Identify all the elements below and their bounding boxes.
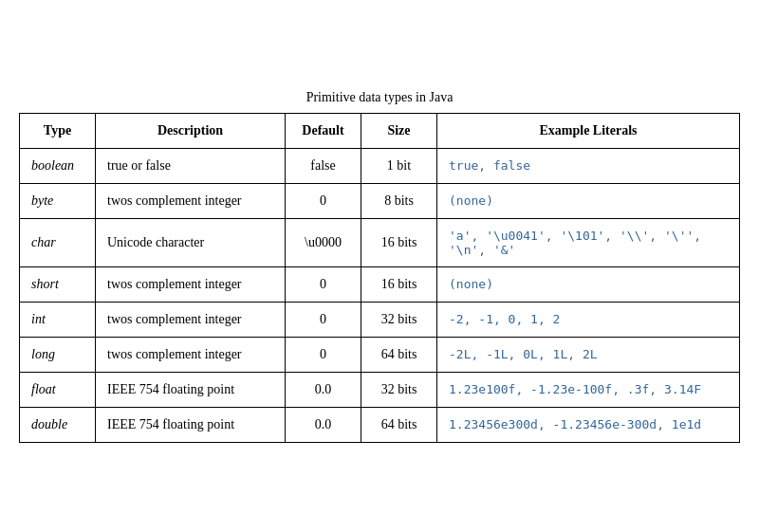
cell-description: true or false	[96, 148, 286, 183]
cell-default: 0.0	[286, 407, 361, 442]
cell-type: float	[20, 372, 96, 407]
table-row: charUnicode character\u000016 bits'a', '…	[20, 218, 740, 266]
cell-type: int	[20, 302, 96, 337]
cell-type: double	[20, 407, 96, 442]
cell-example: (none)	[437, 266, 740, 302]
header-size: Size	[361, 113, 437, 148]
cell-example: 'a', '\u0041', '\101', '\\', '\'', '\n',…	[437, 218, 740, 266]
cell-description: twos complement integer	[96, 337, 286, 372]
cell-type: char	[20, 218, 96, 266]
table-row: bytetwos complement integer08 bits(none)	[20, 183, 740, 218]
cell-description: twos complement integer	[96, 183, 286, 218]
cell-type: short	[20, 266, 96, 302]
cell-default: 0	[286, 266, 361, 302]
cell-example: -2, -1, 0, 1, 2	[437, 302, 740, 337]
table-row: inttwos complement integer032 bits-2, -1…	[20, 302, 740, 337]
table-header-row: Type Description Default Size Example Li…	[20, 113, 740, 148]
cell-size: 8 bits	[361, 183, 437, 218]
table-row: shorttwos complement integer016 bits(non…	[20, 266, 740, 302]
cell-default: false	[286, 148, 361, 183]
cell-example: true, false	[437, 148, 740, 183]
cell-default: \u0000	[286, 218, 361, 266]
cell-type: byte	[20, 183, 96, 218]
cell-size: 64 bits	[361, 407, 437, 442]
cell-size: 16 bits	[361, 266, 437, 302]
cell-default: 0	[286, 337, 361, 372]
cell-example: -2L, -1L, 0L, 1L, 2L	[437, 337, 740, 372]
cell-description: IEEE 754 floating point	[96, 372, 286, 407]
data-types-table: Type Description Default Size Example Li…	[19, 113, 740, 443]
cell-description: IEEE 754 floating point	[96, 407, 286, 442]
header-type: Type	[20, 113, 96, 148]
cell-size: 64 bits	[361, 337, 437, 372]
table-row: floatIEEE 754 floating point0.032 bits1.…	[20, 372, 740, 407]
table-row: booleantrue or falsefalse1 bittrue, fals…	[20, 148, 740, 183]
cell-description: twos complement integer	[96, 266, 286, 302]
cell-default: 0	[286, 183, 361, 218]
cell-description: twos complement integer	[96, 302, 286, 337]
cell-size: 32 bits	[361, 372, 437, 407]
cell-size: 32 bits	[361, 302, 437, 337]
cell-size: 16 bits	[361, 218, 437, 266]
cell-default: 0	[286, 302, 361, 337]
table-row: longtwos complement integer064 bits-2L, …	[20, 337, 740, 372]
header-default: Default	[286, 113, 361, 148]
main-container: Primitive data types in Java Type Descri…	[19, 90, 740, 443]
table-title: Primitive data types in Java	[19, 90, 740, 105]
header-example: Example Literals	[437, 113, 740, 148]
table-row: doubleIEEE 754 floating point0.064 bits1…	[20, 407, 740, 442]
cell-size: 1 bit	[361, 148, 437, 183]
header-description: Description	[96, 113, 286, 148]
cell-example: (none)	[437, 183, 740, 218]
cell-example: 1.23456e300d, -1.23456e-300d, 1e1d	[437, 407, 740, 442]
cell-description: Unicode character	[96, 218, 286, 266]
cell-default: 0.0	[286, 372, 361, 407]
cell-example: 1.23e100f, -1.23e-100f, .3f, 3.14F	[437, 372, 740, 407]
cell-type: boolean	[20, 148, 96, 183]
cell-type: long	[20, 337, 96, 372]
